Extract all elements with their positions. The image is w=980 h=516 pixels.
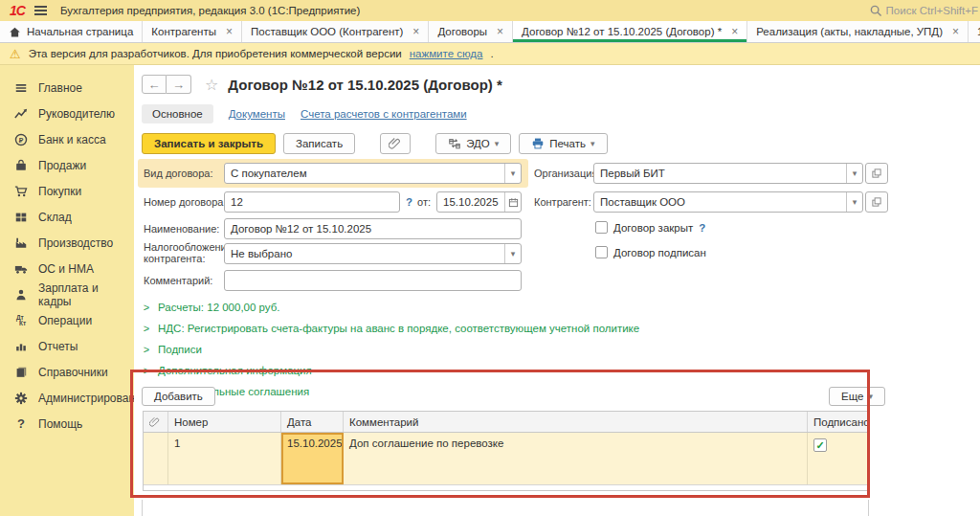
- purchase-link[interactable]: нажмите сюда: [410, 48, 483, 59]
- tab-dokumenty[interactable]: Документы: [229, 108, 285, 120]
- section-dop-soglasheniya[interactable]: ∨ Дополнительные соглашения: [142, 381, 639, 402]
- attachments-button[interactable]: [380, 133, 411, 154]
- section-dop-info[interactable]: > Дополнительная информация: [142, 360, 639, 381]
- calendar-icon[interactable]: [504, 192, 521, 212]
- edo-exchange-icon: [448, 137, 461, 150]
- close-icon[interactable]: ×: [412, 25, 419, 38]
- sidebar-item-main[interactable]: Главное: [0, 75, 134, 101]
- main-menu-icon[interactable]: [34, 6, 47, 15]
- truck-icon: [13, 261, 29, 277]
- favorite-star-icon[interactable]: ☆: [205, 76, 218, 94]
- add-agreement-button[interactable]: Добавить: [142, 387, 215, 406]
- 1c-logo: 1С: [10, 3, 25, 18]
- tab-kontragenty[interactable]: Контрагенты ×: [143, 21, 242, 42]
- contract-date-input[interactable]: 15.10.2025: [436, 191, 522, 213]
- sidebar-item-label: Отчеты: [38, 340, 78, 353]
- save-and-close-button[interactable]: Записать и закрыть: [142, 133, 276, 154]
- sidebar-item-reports[interactable]: Отчеты: [0, 333, 134, 359]
- close-icon[interactable]: ×: [952, 25, 959, 38]
- close-icon[interactable]: ×: [226, 25, 233, 38]
- print-label: Печать: [549, 138, 586, 149]
- cell-comment[interactable]: Доп соглашение по перевозке: [344, 433, 808, 484]
- sidebar-item-operations[interactable]: ДтКт Операции: [0, 307, 134, 333]
- organization-select[interactable]: Первый БИТ ▾: [593, 163, 863, 184]
- tab-home[interactable]: Начальная страница: [0, 21, 143, 42]
- comment-input[interactable]: [224, 270, 522, 291]
- contract-closed-label: Договор закрыт: [613, 222, 693, 234]
- attachment-column-header[interactable]: [144, 412, 168, 432]
- global-search[interactable]: Поиск Ctrl+Shift+F: [869, 0, 978, 21]
- table-row[interactable]: 1 15.10.2025 Доп соглашение по перевозке…: [144, 433, 868, 485]
- close-icon[interactable]: ×: [731, 25, 738, 38]
- tab-postavshchik[interactable]: Поставщик ООО (Контрагент) ×: [242, 21, 429, 42]
- contract-signed-row: Договор подписан: [595, 246, 706, 258]
- sidebar-item-label: Банк и касса: [38, 133, 106, 146]
- chevron-down-icon[interactable]: ▾: [504, 244, 521, 263]
- closed-help-icon[interactable]: ?: [699, 222, 705, 234]
- contract-signed-checkbox[interactable]: [595, 246, 608, 258]
- back-button[interactable]: ←: [142, 75, 167, 94]
- tab-dogovor-12-active[interactable]: Договор №12 от 15.10.2025 (Договор) * ×: [513, 21, 747, 42]
- cell-number[interactable]: 1: [168, 433, 281, 484]
- number-help-icon[interactable]: ?: [406, 196, 412, 208]
- open-popup-icon: [871, 168, 882, 179]
- sidebar-item-payroll[interactable]: Зарплата и кадры: [0, 281, 134, 307]
- tab-label: Договоры: [437, 26, 487, 37]
- chevron-down-icon[interactable]: ▾: [846, 164, 862, 183]
- sidebar-item-bank-cash[interactable]: Р Банк и касса: [0, 126, 134, 152]
- cell-signed[interactable]: ✓: [808, 433, 870, 484]
- sidebar-item-label: Производство: [38, 236, 113, 250]
- column-header-number[interactable]: Номер: [168, 412, 281, 432]
- save-button[interactable]: Записать: [283, 133, 355, 154]
- sidebar-item-purchases[interactable]: Покупки: [0, 178, 134, 204]
- cell-date-selected[interactable]: 15.10.2025: [281, 433, 344, 484]
- ruble-circle-icon: Р: [13, 132, 29, 147]
- sidebar-item-administration[interactable]: Администрирование: [0, 385, 134, 411]
- add-label: Добавить: [154, 391, 203, 402]
- column-header-date[interactable]: Дата: [281, 412, 344, 432]
- chevron-down-icon[interactable]: ▾: [846, 192, 862, 212]
- chevron-down-icon[interactable]: ▾: [504, 164, 521, 183]
- sidebar-item-manager[interactable]: Руководителю: [0, 101, 134, 126]
- sidebar-item-fixed-assets[interactable]: ОС и НМА: [0, 256, 134, 281]
- sidebar-item-sales[interactable]: Продажи: [0, 152, 134, 178]
- cell-attachment[interactable]: [144, 433, 168, 484]
- open-popup-icon: [871, 196, 882, 208]
- sidebar-item-help[interactable]: ? Помощь: [0, 411, 134, 437]
- table-right-border-extension: [868, 500, 869, 516]
- counterparty-open-button[interactable]: [865, 191, 888, 213]
- sidebar-item-label: ОС и НМА: [38, 262, 94, 276]
- organization-open-button[interactable]: [865, 163, 888, 184]
- section-raschety[interactable]: > Расчеты: 12 000,00 руб.: [142, 297, 639, 318]
- close-icon[interactable]: ×: [497, 25, 503, 38]
- contract-number-input[interactable]: 12: [224, 191, 400, 213]
- gear-icon: [13, 391, 29, 406]
- name-input[interactable]: Договор №12 от 15.10.2025: [224, 218, 522, 239]
- checkbox-checked-icon[interactable]: ✓: [813, 438, 827, 452]
- paperclip-icon: [149, 416, 161, 428]
- tab-osnovnoe[interactable]: Основное: [142, 104, 213, 123]
- column-header-signed[interactable]: Подписано: [808, 412, 870, 432]
- section-nds[interactable]: > НДС: Регистрировать счета-фактуры на а…: [142, 318, 639, 339]
- tab-13[interactable]: 13 от 15.10.2025 (Договор) ×: [969, 21, 980, 42]
- chevron-right-icon: >: [142, 302, 151, 313]
- sidebar-item-warehouse[interactable]: Склад: [0, 204, 134, 230]
- tab-realizaciya[interactable]: Реализация (акты, накладные, УПД) ×: [747, 21, 969, 42]
- tab-accounts[interactable]: Счета расчетов с контрагентами: [301, 108, 467, 120]
- tab-dogovory[interactable]: Договоры ×: [429, 21, 513, 42]
- column-header-comment[interactable]: Комментарий: [344, 412, 808, 432]
- sidebar-item-production[interactable]: Производство: [0, 230, 134, 256]
- warning-icon: ⚠: [10, 47, 21, 61]
- sidebar-item-directories[interactable]: Справочники: [0, 359, 134, 385]
- edo-button[interactable]: ЭДО ▾: [435, 133, 511, 154]
- page-title: Договор №12 от 15.10.2025 (Договор) *: [228, 77, 501, 93]
- contract-closed-checkbox[interactable]: [595, 221, 608, 234]
- forward-button[interactable]: →: [167, 75, 191, 94]
- section-podpisi[interactable]: > Подписи: [142, 339, 639, 360]
- taxation-select[interactable]: Не выбрано ▾: [224, 243, 522, 264]
- contract-type-select[interactable]: С покупателем ▾: [224, 163, 522, 184]
- print-button[interactable]: Печать ▾: [519, 133, 607, 154]
- chevron-down-icon: ▾: [495, 139, 500, 148]
- counterparty-select[interactable]: Поставщик ООО ▾: [593, 191, 863, 213]
- more-button[interactable]: Еще ▾: [829, 387, 885, 406]
